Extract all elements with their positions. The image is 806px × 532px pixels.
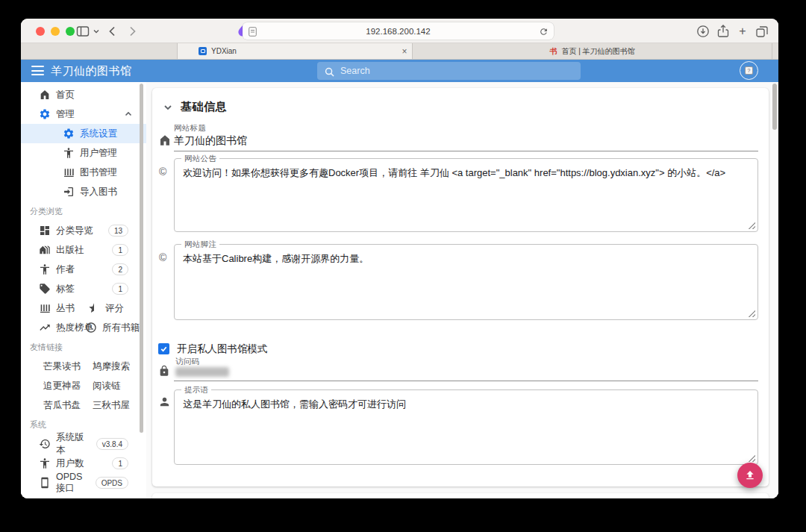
site-title: 羊刀仙的图书馆 <box>51 64 132 78</box>
downloads-icon[interactable] <box>696 25 710 38</box>
close-window-button[interactable] <box>36 27 45 36</box>
sidebar-item-publishers[interactable]: 出版社 1 <box>21 240 146 260</box>
chevron-down-icon[interactable] <box>93 25 100 38</box>
sidebar-scrollbar[interactable] <box>140 84 143 433</box>
announcement-textarea[interactable]: 欢迎访问！如果你想获得更多有趣Docker项目，请前往 羊刀仙 <a targe… <box>175 159 757 231</box>
share-icon[interactable] <box>716 25 730 38</box>
search-input[interactable] <box>340 66 573 76</box>
sidebar-item-book-management[interactable]: 图书管理 <box>21 163 146 182</box>
chevron-down-icon <box>163 102 173 113</box>
web-page: 羊刀仙的图书馆 ? 首页 管理 <box>21 60 778 498</box>
browser-window: 192.168.200.142 + YDXian × 书 首页 | 羊刀仙的图书… <box>21 19 778 498</box>
tab-label: YDXian <box>211 47 237 55</box>
count-badge: 13 <box>108 225 128 237</box>
link-mango-reading[interactable]: 芒果读书 <box>43 360 81 373</box>
person-icon <box>63 147 75 159</box>
gear-icon <box>63 128 75 140</box>
copyright-icon: © <box>159 251 166 263</box>
copyright-icon: © <box>159 166 166 178</box>
link-zhuigeng[interactable]: 追更神器 <box>43 380 81 392</box>
sidebar-row-links-2: 追更神器 阅读链 <box>21 376 146 395</box>
tab-ydxian[interactable]: YDXian <box>177 43 413 59</box>
sidebar-item-user-count[interactable]: 用户数 1 <box>21 454 146 473</box>
footer-textarea[interactable]: 本站基于Calibre构建，感谢开源界的力量。 <box>175 245 757 319</box>
sidebar-row-hot-all: 热度榜单 所有书籍 <box>21 318 146 337</box>
sidebar-item-all-books[interactable]: 所有书籍 <box>102 322 140 334</box>
tab-label: 首页 | 羊刀仙的图书馆 <box>561 46 634 57</box>
close-tab-icon[interactable]: × <box>399 46 410 57</box>
announcement-fieldset: 网站公告 欢迎访问！如果你想获得更多有趣Docker项目，请前往 羊刀仙 <a … <box>174 158 758 232</box>
link-yuedu-chain[interactable]: 阅读链 <box>93 380 121 392</box>
smartphone-icon <box>39 477 51 489</box>
back-icon[interactable] <box>106 25 119 38</box>
traffic-lights <box>36 27 75 36</box>
footer-fieldset: 网站脚注 本站基于Calibre构建，感谢开源界的力量。 <box>174 244 758 320</box>
link-sanqiu-shuwu[interactable]: 三秋书屋 <box>93 399 130 412</box>
basic-info-card: 基础信息 网站标题 羊刀仙的图书馆 © 网站公告 欢迎访问！如果你想获得更多有趣… <box>152 88 769 486</box>
page-scrollbar[interactable] <box>772 84 777 130</box>
tab-library-home[interactable]: 书 首页 | 羊刀仙的图书馆 <box>413 43 772 59</box>
section-label-links: 友情链接 <box>21 337 146 357</box>
link-kugua-shupan[interactable]: 苦瓜书盘 <box>43 399 81 412</box>
sidebar-item-authors[interactable]: 作者 2 <box>21 260 146 279</box>
private-mode-label: 开启私人图书馆模式 <box>177 343 268 354</box>
hint-textarea[interactable]: 这是羊刀仙的私人图书馆，需输入密码才可进行访问 <box>175 390 757 464</box>
sidebar-item-categories[interactable]: 分类导览 13 <box>21 221 146 240</box>
access-code-underline <box>174 381 758 381</box>
upload-fab-button[interactable] <box>737 463 763 488</box>
sidebar-item-series[interactable]: 丛书 <box>56 302 75 315</box>
star-half-icon <box>88 302 100 314</box>
home-icon <box>39 89 51 101</box>
broken-image-icon: ? <box>745 66 753 75</box>
access-code-label: 访问码 <box>175 357 199 367</box>
sidebar-item-tags[interactable]: 标签 1 <box>21 279 146 298</box>
site-title-label: 网站标题 <box>174 123 206 134</box>
count-badge: 1 <box>112 283 128 295</box>
tag-icon <box>39 283 51 295</box>
count-badge: 2 <box>112 263 128 275</box>
sidebar-row-links-1: 芒果读书 鸠摩搜索 <box>21 357 146 376</box>
sidebar-item-system-version[interactable]: 系统版本 v3.8.4 <box>21 434 146 454</box>
sidebar-item-opds[interactable]: OPDS接口 OPDS <box>21 473 146 492</box>
minimize-window-button[interactable] <box>51 27 60 36</box>
new-tab-icon[interactable]: + <box>736 25 749 38</box>
sidebar-item-import-books[interactable]: 导入图书 <box>21 182 146 201</box>
search-box[interactable] <box>317 62 581 80</box>
menu-icon[interactable] <box>31 66 44 75</box>
sidebar-item-home[interactable]: 首页 <box>21 85 146 104</box>
page-icon <box>249 26 257 36</box>
gear-icon <box>39 108 51 120</box>
link-jiumo-search[interactable]: 鸠摩搜索 <box>93 360 130 373</box>
content-area: 首页 管理 系统设置 用户管理 图书管理 <box>21 82 778 498</box>
reload-icon[interactable] <box>539 26 549 36</box>
dashboard-icon <box>39 225 51 237</box>
sidebar-item-user-management[interactable]: 用户管理 <box>21 143 146 163</box>
site-title-value[interactable]: 羊刀仙的图书馆 <box>174 134 247 148</box>
tab-overview-icon[interactable] <box>755 25 769 38</box>
library-icon <box>63 166 75 178</box>
sidebar-item-rating[interactable]: 评分 <box>105 302 124 315</box>
upload-icon <box>744 469 756 481</box>
zoom-window-button[interactable] <box>66 27 75 36</box>
sidebar-toggle-icon[interactable] <box>76 25 90 38</box>
user-avatar[interactable]: ? <box>740 61 758 80</box>
section-header[interactable]: 基础信息 <box>163 100 227 114</box>
count-badge: 1 <box>112 244 128 256</box>
address-bar[interactable]: 192.168.200.142 <box>243 22 554 40</box>
browser-toolbar: 192.168.200.142 + <box>21 19 778 43</box>
publisher-icon <box>39 244 51 256</box>
sidebar: 首页 管理 系统设置 用户管理 图书管理 <box>21 82 146 498</box>
chevron-up-icon <box>124 110 133 119</box>
sidebar-item-system-settings[interactable]: 系统设置 <box>21 124 146 143</box>
private-mode-checkbox[interactable] <box>158 343 169 354</box>
hint-fieldset: 提示语 这是羊刀仙的私人图书馆，需输入密码才可进行访问 <box>174 389 758 465</box>
app-header: 羊刀仙的图书馆 ? <box>21 60 778 82</box>
author-icon <box>39 263 51 275</box>
main-area: 基础信息 网站标题 羊刀仙的图书馆 © 网站公告 欢迎访问！如果你想获得更多有趣… <box>146 82 778 498</box>
access-code-value-redacted[interactable] <box>175 367 229 377</box>
import-icon <box>63 186 75 198</box>
person-icon <box>158 395 171 408</box>
sidebar-row-links-3: 苦瓜书盘 三秋书屋 <box>21 395 146 415</box>
sidebar-item-admin[interactable]: 管理 <box>21 104 146 124</box>
forward-icon[interactable] <box>125 25 139 38</box>
